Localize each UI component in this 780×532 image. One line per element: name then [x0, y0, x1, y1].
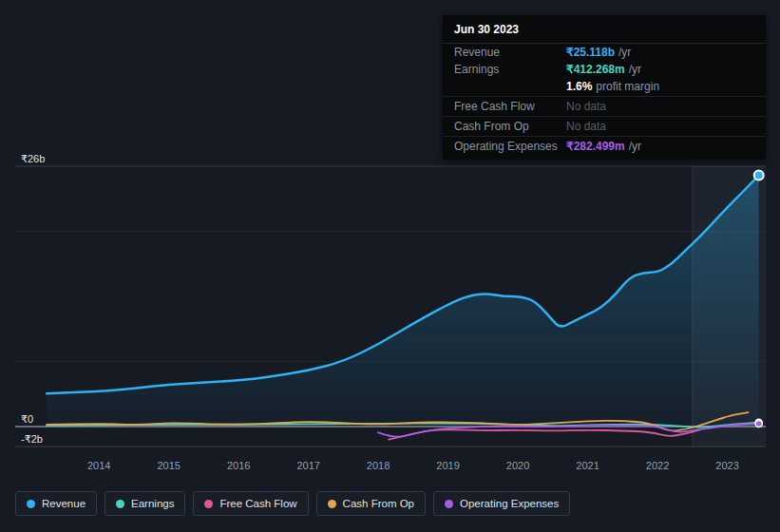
y-axis-label: ₹26b	[21, 153, 45, 165]
legend-item-free-cash-flow[interactable]: Free Cash Flow	[193, 491, 308, 516]
operating-expenses-end-marker[interactable]	[755, 421, 762, 428]
x-axis-label-2015: 2015	[157, 460, 180, 471]
tooltip-row-free-cash-flow: Free Cash Flow No data	[443, 96, 766, 115]
legend-label-earnings: Earnings	[131, 498, 174, 509]
x-axis-label-2023: 2023	[715, 460, 738, 471]
revenue-value-suffix: /yr	[618, 46, 631, 59]
legend-item-cash-from-op[interactable]: Cash From Op	[316, 491, 426, 516]
y-axis-label: -₹2b	[21, 433, 43, 446]
x-axis-label-2014: 2014	[87, 460, 110, 471]
free-cash-flow-line	[389, 429, 699, 439]
opex-value: ₹282.499m	[566, 140, 625, 153]
tooltip-row-earnings: Earnings ₹412.268m/yr	[443, 61, 766, 78]
legend-label-operating-expenses: Operating Expenses	[460, 498, 559, 509]
earnings-value-suffix: /yr	[629, 63, 641, 76]
operating-expenses-color-dot	[445, 500, 453, 508]
opex-value-suffix: /yr	[629, 140, 641, 153]
legend-label-free-cash-flow: Free Cash Flow	[219, 498, 296, 509]
fcf-value: No data	[566, 99, 606, 114]
x-axis-label-2019: 2019	[436, 460, 459, 471]
earnings-value: ₹412.268m	[566, 63, 625, 76]
fcf-row-label: Free Cash Flow	[454, 99, 566, 114]
x-axis-label-2016: 2016	[227, 460, 250, 471]
revenue-value: ₹25.118b	[566, 46, 615, 59]
financial-chart-panel: Jun 30 2023 Revenue ₹25.118b/yr Earnings…	[0, 0, 780, 532]
tooltip-date: Jun 30 2023	[443, 15, 766, 44]
cash-from-op-value: No data	[566, 119, 606, 134]
earnings-color-dot	[116, 500, 124, 508]
x-axis-label-2017: 2017	[296, 460, 319, 471]
legend-label-cash-from-op: Cash From Op	[343, 498, 414, 509]
tooltip-row-cash-from-op: Cash From Op No data	[443, 116, 766, 135]
chart-legend: Revenue Earnings Free Cash Flow Cash Fro…	[15, 491, 570, 516]
earnings-row-label: Earnings	[454, 62, 566, 77]
legend-item-earnings[interactable]: Earnings	[105, 491, 185, 516]
x-axis-label-2022: 2022	[646, 460, 669, 471]
x-axis-label-2021: 2021	[576, 460, 599, 471]
x-axis-label-2018: 2018	[367, 460, 390, 471]
profit-margin-value: 1.6%	[566, 80, 592, 93]
tooltip-row-profit-margin: 1.6%profit margin	[443, 78, 766, 95]
free-cash-flow-color-dot	[204, 500, 213, 508]
legend-label-revenue: Revenue	[42, 498, 86, 509]
legend-item-revenue[interactable]: Revenue	[15, 491, 97, 516]
revenue-row-label: Revenue	[454, 45, 566, 60]
y-axis-label: ₹0	[21, 413, 33, 426]
revenue-end-marker[interactable]	[754, 171, 764, 180]
opex-row-label: Operating Expenses	[454, 139, 566, 154]
tooltip-row-revenue: Revenue ₹25.118b/yr	[443, 44, 766, 61]
revenue-color-dot	[27, 500, 35, 508]
profit-margin-label: profit margin	[596, 80, 659, 93]
cash-from-op-color-dot	[328, 500, 336, 508]
revenue-area	[47, 176, 759, 428]
legend-item-operating-expenses[interactable]: Operating Expenses	[433, 491, 570, 516]
tooltip-row-operating-expenses: Operating Expenses ₹282.499m/yr	[443, 136, 766, 155]
cash-from-op-row-label: Cash From Op	[454, 119, 566, 134]
x-axis-label-2020: 2020	[506, 460, 529, 471]
financial-summary-tooltip: Jun 30 2023 Revenue ₹25.118b/yr Earnings…	[443, 15, 766, 160]
